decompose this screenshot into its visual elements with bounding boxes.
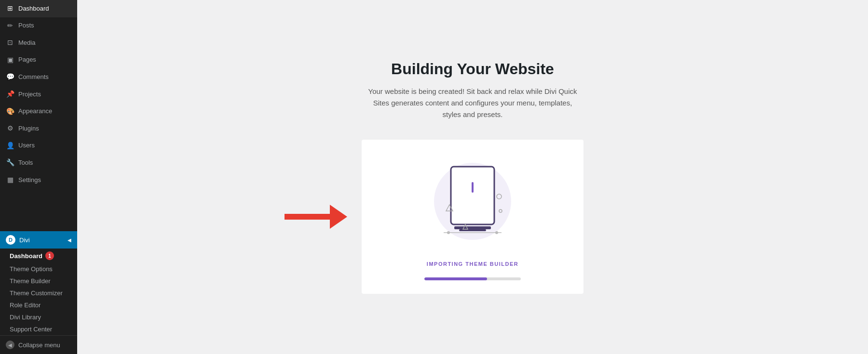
collapse-menu-button[interactable]: ◀ Collapse menu — [0, 335, 77, 354]
divi-submenu-theme-options[interactable]: Theme Options — [0, 263, 77, 275]
divi-logo: D — [6, 235, 15, 245]
divi-dashboard-label: Dashboard — [10, 252, 42, 260]
arrow-shaft — [285, 214, 330, 220]
sidebar-item-settings[interactable]: ▦ Settings — [0, 171, 77, 189]
collapse-menu-label: Collapse menu — [18, 341, 60, 349]
progress-bar-container — [424, 277, 521, 280]
divi-submenu-support-center[interactable]: Support Center — [0, 323, 77, 335]
build-card: IMPORTING THEME BUILDER — [362, 140, 583, 294]
pages-icon: ▣ — [6, 55, 14, 65]
svg-rect-4 — [454, 226, 491, 229]
progress-fill — [424, 277, 487, 280]
main-content: Building Your Website Your website is be… — [77, 0, 868, 354]
sidebar-item-label: Dashboard — [18, 4, 49, 13]
divi-menu-header[interactable]: D Divi ◀ — [0, 231, 77, 249]
divi-submenu-divi-library[interactable]: Divi Library — [0, 311, 77, 323]
svg-point-11 — [447, 231, 450, 234]
appearance-icon: 🎨 — [6, 107, 14, 117]
sidebar-item-posts[interactable]: ✏ Posts — [0, 17, 77, 35]
media-icon: ⊡ — [6, 38, 14, 48]
divi-submenu-theme-customizer[interactable]: Theme Customizer — [0, 287, 77, 299]
divi-submenu-theme-builder[interactable]: Theme Builder — [0, 275, 77, 287]
svg-rect-2 — [454, 170, 491, 218]
collapse-arrow-icon: ◀ — [6, 341, 14, 349]
device-svg — [420, 153, 526, 249]
sidebar-item-pages[interactable]: ▣ Pages — [0, 52, 77, 69]
arrow-head — [330, 205, 347, 229]
users-icon: 👤 — [6, 141, 14, 151]
posts-icon: ✏ — [6, 21, 14, 31]
dashboard-icon: ⊞ — [6, 4, 14, 13]
divi-label: Divi — [19, 236, 30, 244]
page-subtitle: Your website is being created! Sit back … — [366, 86, 579, 120]
red-arrow-icon — [285, 205, 347, 229]
page-title: Building Your Website — [391, 60, 554, 78]
sidebar: ⊞ Dashboard ✏ Posts ⊡ Media ▣ Pages 💬 Co… — [0, 0, 77, 354]
settings-icon: ▦ — [6, 175, 14, 185]
sidebar-item-label: Posts — [18, 21, 34, 30]
sidebar-item-media[interactable]: ⊡ Media — [0, 34, 77, 52]
sidebar-item-plugins[interactable]: ⚙ Plugins — [0, 120, 77, 137]
sidebar-item-projects[interactable]: 📌 Projects — [0, 86, 77, 103]
status-label: IMPORTING THEME BUILDER — [427, 261, 518, 267]
divi-dashboard-item[interactable]: Dashboard 1 — [0, 249, 77, 263]
sidebar-item-label: Users — [18, 141, 35, 150]
tools-icon: 🔧 — [6, 158, 14, 168]
divi-section: D Divi ◀ Dashboard 1 Theme Options Theme… — [0, 231, 77, 335]
sidebar-item-users[interactable]: 👤 Users — [0, 137, 77, 155]
sidebar-item-label: Media — [18, 39, 35, 47]
sidebar-item-label: Plugins — [18, 124, 39, 133]
sidebar-main-menu: ⊞ Dashboard ✏ Posts ⊡ Media ▣ Pages 💬 Co… — [0, 0, 77, 231]
sidebar-item-appearance[interactable]: 🎨 Appearance — [0, 103, 77, 120]
arrow-container — [285, 205, 347, 229]
svg-point-12 — [495, 231, 498, 234]
sidebar-item-dashboard[interactable]: ⊞ Dashboard — [0, 0, 77, 17]
sidebar-item-comments[interactable]: 💬 Comments — [0, 68, 77, 86]
sidebar-item-label: Appearance — [18, 107, 52, 116]
plugins-icon: ⚙ — [6, 124, 14, 133]
divi-submenu-role-editor[interactable]: Role Editor — [0, 299, 77, 311]
sidebar-item-label: Settings — [18, 176, 41, 184]
divi-arrow-icon: ◀ — [68, 237, 71, 243]
sidebar-item-label: Comments — [18, 73, 49, 81]
svg-rect-3 — [472, 182, 474, 193]
sidebar-item-label: Tools — [18, 158, 33, 167]
comments-icon: 💬 — [6, 72, 14, 82]
sidebar-item-label: Projects — [18, 90, 41, 99]
illustration-wrapper: IMPORTING THEME BUILDER — [410, 144, 535, 290]
projects-icon: 📌 — [6, 90, 14, 99]
sidebar-item-label: Pages — [18, 55, 36, 64]
sidebar-item-tools[interactable]: 🔧 Tools — [0, 154, 77, 171]
notification-badge: 1 — [45, 251, 54, 260]
